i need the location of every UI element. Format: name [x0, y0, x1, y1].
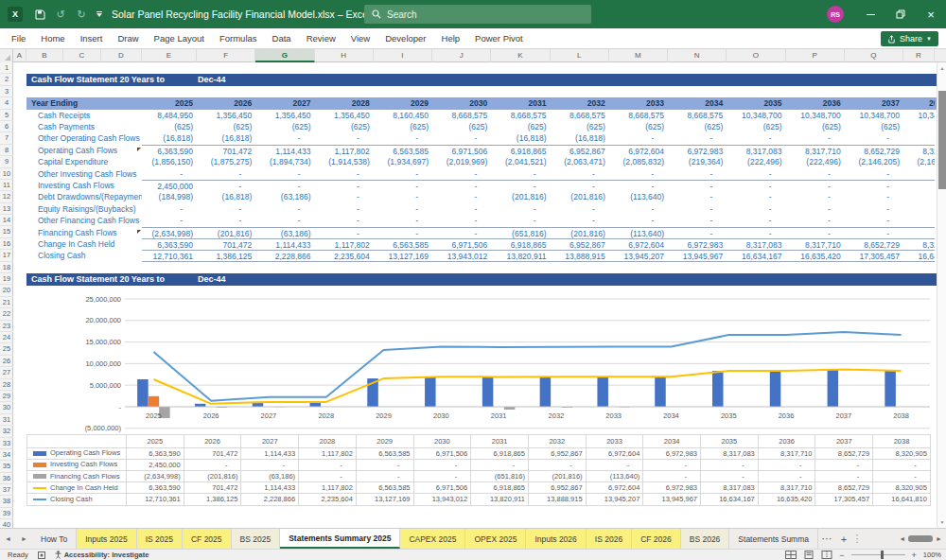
sheet-tab-inputs-2025[interactable]: Inputs 2025	[77, 529, 136, 549]
cell-value[interactable]: -	[255, 203, 314, 215]
cell-value[interactable]: -	[315, 132, 374, 144]
cell-value-clipped[interactable]: -	[903, 168, 935, 180]
cell-value[interactable]: -	[432, 132, 491, 144]
cell-value[interactable]: -	[845, 132, 903, 144]
cell-value[interactable]: -	[315, 168, 374, 180]
tab-nav-right-icon[interactable]: ►	[16, 529, 32, 549]
cell-value[interactable]: (222,496)	[786, 156, 845, 167]
ribbon-tab-view[interactable]: View	[343, 28, 377, 48]
cell-value[interactable]: -	[432, 215, 491, 226]
cell-value-clipped[interactable]: (2,168,657)	[903, 156, 935, 167]
cell-label[interactable]: Operating Cash Flows	[26, 145, 142, 156]
legend-key-operating-cash-flows[interactable]: Operating Cash Flows	[27, 448, 126, 459]
cell-value[interactable]: 8,317,710	[786, 145, 845, 156]
horizontal-scrollbar[interactable]: ◄ ►	[899, 529, 946, 549]
cell-value[interactable]: 10,348,700	[845, 110, 903, 121]
row-header-32[interactable]: 32	[0, 426, 13, 437]
vertical-scrollbar-thumb[interactable]	[938, 91, 946, 189]
page-break-view-icon[interactable]	[821, 551, 832, 559]
cell-value[interactable]: -	[255, 132, 314, 144]
legend-key-financing-cash-flows[interactable]: Financing Cash Flows	[27, 471, 126, 481]
cell-value[interactable]: (625)	[609, 121, 668, 132]
row-header-19[interactable]: 19	[0, 273, 13, 285]
cell-value[interactable]: 8,668,575	[668, 110, 727, 121]
cell-value[interactable]: -	[668, 132, 727, 144]
column-header-E[interactable]: E	[142, 49, 197, 62]
cell-value[interactable]: 1,356,450	[315, 110, 374, 121]
cell-value[interactable]: -	[845, 180, 903, 191]
cell-value[interactable]: -	[786, 180, 845, 191]
cell-label[interactable]: Debt Drawdowns/(Repayments)	[26, 191, 142, 202]
ribbon-tab-file[interactable]: File	[4, 28, 33, 48]
cell-value[interactable]: (625)	[432, 121, 491, 132]
cell-value[interactable]: (625)	[491, 121, 550, 132]
sheet-tab-statements-summary-2025[interactable]: Statements Summary 2025	[280, 529, 400, 549]
share-button[interactable]: Share ▼	[881, 31, 938, 46]
sheet-tab-capex-2025[interactable]: CAPEX 2025	[400, 529, 465, 549]
cell-value[interactable]: -	[255, 180, 314, 191]
cell-value[interactable]: (16,818)	[197, 132, 255, 144]
cell-value[interactable]: (219,364)	[668, 156, 727, 167]
sheet-tab-how-to[interactable]: How To	[32, 529, 77, 549]
cell-value[interactable]: -	[255, 215, 314, 226]
tab-nav-left-icon[interactable]: ◄	[0, 529, 16, 549]
row-header-15[interactable]: 15	[0, 226, 13, 237]
cell-value[interactable]: (625)	[142, 121, 197, 132]
cell-value[interactable]: 2,450,000	[142, 180, 197, 191]
restore-button[interactable]	[886, 0, 915, 28]
row-header-7[interactable]: 7	[0, 132, 13, 144]
line-series-change-in-cash-held[interactable]	[153, 369, 901, 403]
cell-value[interactable]: -	[197, 180, 255, 191]
column-header-Q[interactable]: Q	[845, 49, 903, 62]
cell-value[interactable]: 8,668,575	[551, 110, 609, 121]
cell-value[interactable]: 6,918,865	[491, 238, 550, 250]
cell-value[interactable]: (625)	[255, 121, 314, 132]
column-header-P[interactable]: P	[786, 49, 845, 62]
cell-value[interactable]: (1,934,697)	[374, 156, 432, 167]
cell-value[interactable]: (184,998)	[142, 191, 197, 202]
column-header-O[interactable]: O	[727, 49, 785, 62]
row-header-33[interactable]: 33	[0, 438, 13, 449]
legend-key-investing-cash-flows[interactable]: Investing Cash Flows	[27, 460, 126, 470]
macro-record-icon[interactable]	[38, 551, 45, 559]
sheet-tab-opex-2025[interactable]: OPEX 2025	[465, 529, 526, 549]
bar-series-operating-cash-flows[interactable]	[137, 369, 896, 406]
zoom-level[interactable]: 100%	[923, 551, 941, 559]
cell-value[interactable]: 8,317,710	[786, 238, 845, 250]
select-all-corner[interactable]	[0, 49, 13, 62]
qat-customize-icon[interactable]	[93, 0, 106, 28]
sheet-tab-cf-2025[interactable]: CF 2025	[183, 529, 232, 549]
ribbon-tab-draw[interactable]: Draw	[110, 28, 146, 48]
row-header-30[interactable]: 30	[0, 402, 13, 413]
cell-value[interactable]: 8,652,729	[845, 238, 903, 250]
row-header-21[interactable]: 21	[0, 297, 13, 308]
cell-value[interactable]: 6,972,983	[668, 238, 727, 250]
row-header-16[interactable]: 16	[0, 238, 13, 250]
cell-value[interactable]: -	[432, 168, 491, 180]
row-header-35[interactable]: 35	[0, 461, 13, 472]
cell-value[interactable]: (201,816)	[551, 191, 609, 202]
cell-label[interactable]: Other Operating Cash Flows	[26, 132, 142, 144]
cell-value[interactable]: 1,114,433	[255, 145, 314, 156]
row-header-31[interactable]: 31	[0, 414, 13, 426]
cell-value[interactable]: (16,818)	[197, 191, 255, 202]
cell-value[interactable]: 12,710,361	[142, 250, 197, 261]
ribbon-tab-help[interactable]: Help	[434, 28, 468, 48]
cell-value[interactable]: -	[551, 215, 609, 226]
column-header-B[interactable]: B	[26, 49, 63, 62]
cell-value[interactable]: -	[786, 215, 845, 226]
cell-value[interactable]: 6,363,590	[142, 238, 197, 250]
cell-value[interactable]: 13,820,911	[491, 250, 550, 261]
cell-label[interactable]: Other Financing Cash Flows	[26, 215, 142, 226]
tab-overflow-ellipsis[interactable]: ⋯	[818, 529, 835, 549]
row-header-1[interactable]: 1	[0, 62, 13, 74]
vertical-scrollbar[interactable]: ▲ ▼	[937, 62, 946, 528]
page-layout-view-icon[interactable]	[803, 551, 815, 559]
cell-value[interactable]: (2,063,471)	[551, 156, 609, 167]
cell-value[interactable]: -	[727, 203, 785, 215]
cell-value[interactable]: (2,019,969)	[432, 156, 491, 167]
hscroll-left-icon[interactable]: ◄	[899, 535, 905, 542]
ribbon-tab-data[interactable]: Data	[265, 28, 299, 48]
ribbon-tab-power-pivot[interactable]: Power Pivot	[467, 28, 531, 48]
cell-value[interactable]: -	[845, 215, 903, 226]
